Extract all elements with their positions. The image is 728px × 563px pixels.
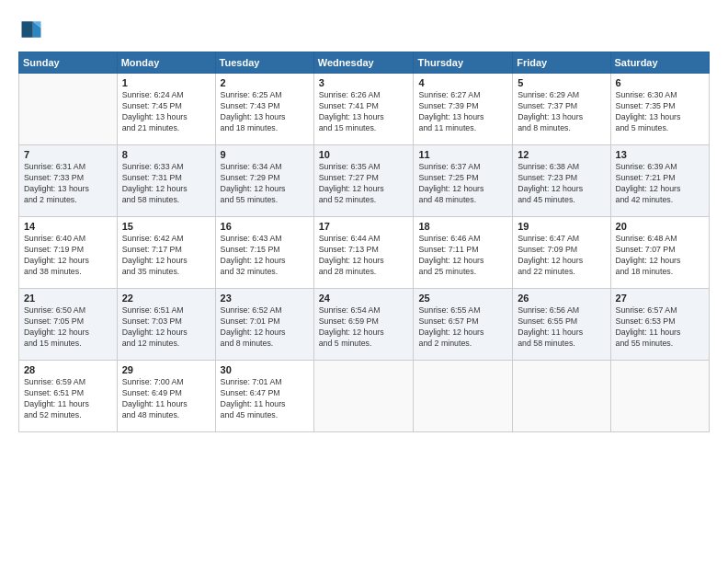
day-info: Sunrise: 6:43 AM Sunset: 7:15 PM Dayligh… bbox=[221, 234, 309, 278]
day-of-week-row: SundayMondayTuesdayWednesdayThursdayFrid… bbox=[19, 52, 710, 74]
calendar-cell: 15Sunrise: 6:42 AM Sunset: 7:17 PM Dayli… bbox=[117, 217, 215, 289]
calendar-cell bbox=[19, 74, 118, 145]
day-info: Sunrise: 6:42 AM Sunset: 7:17 PM Dayligh… bbox=[122, 234, 210, 278]
calendar-week-2: 7Sunrise: 6:31 AM Sunset: 7:33 PM Daylig… bbox=[19, 145, 710, 217]
calendar-cell: 22Sunrise: 6:51 AM Sunset: 7:03 PM Dayli… bbox=[117, 289, 215, 361]
day-info: Sunrise: 6:50 AM Sunset: 7:05 PM Dayligh… bbox=[24, 305, 112, 350]
calendar-cell: 18Sunrise: 6:46 AM Sunset: 7:11 PM Dayli… bbox=[414, 217, 513, 289]
calendar-cell: 9Sunrise: 6:34 AM Sunset: 7:29 PM Daylig… bbox=[215, 145, 313, 217]
day-number: 26 bbox=[518, 293, 605, 304]
calendar-cell: 24Sunrise: 6:54 AM Sunset: 6:59 PM Dayli… bbox=[313, 289, 414, 361]
calendar-cell: 19Sunrise: 6:47 AM Sunset: 7:09 PM Dayli… bbox=[513, 217, 610, 289]
day-number: 8 bbox=[122, 149, 210, 160]
day-number: 23 bbox=[221, 293, 309, 304]
day-number: 12 bbox=[518, 149, 605, 160]
calendar-week-5: 28Sunrise: 6:59 AM Sunset: 6:51 PM Dayli… bbox=[19, 361, 710, 432]
day-number: 6 bbox=[616, 77, 704, 88]
col-header-wednesday: Wednesday bbox=[313, 52, 414, 74]
svg-marker-2 bbox=[22, 21, 33, 38]
logo bbox=[18, 17, 48, 42]
col-header-sunday: Sunday bbox=[19, 52, 118, 74]
calendar-cell: 3Sunrise: 6:26 AM Sunset: 7:41 PM Daylig… bbox=[313, 74, 414, 145]
day-info: Sunrise: 6:40 AM Sunset: 7:19 PM Dayligh… bbox=[24, 234, 112, 278]
day-number: 24 bbox=[319, 293, 409, 304]
calendar-cell: 23Sunrise: 6:52 AM Sunset: 7:01 PM Dayli… bbox=[215, 289, 313, 361]
day-info: Sunrise: 6:56 AM Sunset: 6:55 PM Dayligh… bbox=[518, 305, 605, 350]
calendar-cell: 8Sunrise: 6:33 AM Sunset: 7:31 PM Daylig… bbox=[117, 145, 215, 217]
day-number: 4 bbox=[418, 77, 507, 88]
day-info: Sunrise: 6:54 AM Sunset: 6:59 PM Dayligh… bbox=[319, 305, 409, 350]
day-info: Sunrise: 6:44 AM Sunset: 7:13 PM Dayligh… bbox=[319, 234, 409, 278]
calendar-cell: 20Sunrise: 6:48 AM Sunset: 7:07 PM Dayli… bbox=[610, 217, 709, 289]
calendar-week-3: 14Sunrise: 6:40 AM Sunset: 7:19 PM Dayli… bbox=[19, 217, 710, 289]
calendar-cell: 28Sunrise: 6:59 AM Sunset: 6:51 PM Dayli… bbox=[19, 361, 118, 432]
day-info: Sunrise: 6:52 AM Sunset: 7:01 PM Dayligh… bbox=[221, 305, 309, 350]
calendar-cell: 17Sunrise: 6:44 AM Sunset: 7:13 PM Dayli… bbox=[313, 217, 414, 289]
calendar-cell bbox=[414, 361, 513, 432]
header bbox=[18, 17, 710, 42]
day-info: Sunrise: 6:34 AM Sunset: 7:29 PM Dayligh… bbox=[221, 162, 309, 206]
calendar-cell: 6Sunrise: 6:30 AM Sunset: 7:35 PM Daylig… bbox=[610, 74, 709, 145]
day-info: Sunrise: 6:39 AM Sunset: 7:21 PM Dayligh… bbox=[616, 162, 704, 206]
calendar-cell: 2Sunrise: 6:25 AM Sunset: 7:43 PM Daylig… bbox=[215, 74, 313, 145]
col-header-monday: Monday bbox=[117, 52, 215, 74]
day-number: 13 bbox=[616, 149, 704, 160]
day-info: Sunrise: 6:38 AM Sunset: 7:23 PM Dayligh… bbox=[518, 162, 605, 206]
calendar-cell: 12Sunrise: 6:38 AM Sunset: 7:23 PM Dayli… bbox=[513, 145, 610, 217]
day-number: 27 bbox=[616, 293, 704, 304]
calendar-cell: 7Sunrise: 6:31 AM Sunset: 7:33 PM Daylig… bbox=[19, 145, 118, 217]
calendar-cell: 21Sunrise: 6:50 AM Sunset: 7:05 PM Dayli… bbox=[19, 289, 118, 361]
day-info: Sunrise: 6:24 AM Sunset: 7:45 PM Dayligh… bbox=[122, 90, 210, 134]
calendar-cell: 14Sunrise: 6:40 AM Sunset: 7:19 PM Dayli… bbox=[19, 217, 118, 289]
day-number: 15 bbox=[122, 221, 210, 232]
calendar-cell: 13Sunrise: 6:39 AM Sunset: 7:21 PM Dayli… bbox=[610, 145, 709, 217]
day-info: Sunrise: 6:48 AM Sunset: 7:07 PM Dayligh… bbox=[616, 234, 704, 278]
day-number: 9 bbox=[221, 149, 309, 160]
calendar-cell: 30Sunrise: 7:01 AM Sunset: 6:47 PM Dayli… bbox=[215, 361, 313, 432]
day-number: 22 bbox=[122, 293, 210, 304]
day-number: 7 bbox=[24, 149, 112, 160]
day-info: Sunrise: 6:47 AM Sunset: 7:09 PM Dayligh… bbox=[518, 234, 605, 278]
day-info: Sunrise: 6:59 AM Sunset: 6:51 PM Dayligh… bbox=[24, 377, 112, 421]
col-header-friday: Friday bbox=[513, 52, 610, 74]
calendar-cell bbox=[513, 361, 610, 432]
calendar-cell bbox=[610, 361, 709, 432]
day-number: 28 bbox=[24, 364, 112, 375]
day-number: 29 bbox=[122, 364, 210, 375]
day-number: 3 bbox=[319, 77, 409, 88]
day-info: Sunrise: 6:27 AM Sunset: 7:39 PM Dayligh… bbox=[418, 90, 507, 134]
calendar-cell: 4Sunrise: 6:27 AM Sunset: 7:39 PM Daylig… bbox=[414, 74, 513, 145]
calendar-cell: 27Sunrise: 6:57 AM Sunset: 6:53 PM Dayli… bbox=[610, 289, 709, 361]
day-number: 25 bbox=[418, 293, 507, 304]
calendar-week-4: 21Sunrise: 6:50 AM Sunset: 7:05 PM Dayli… bbox=[19, 289, 710, 361]
day-info: Sunrise: 6:51 AM Sunset: 7:03 PM Dayligh… bbox=[122, 305, 210, 350]
day-info: Sunrise: 6:46 AM Sunset: 7:11 PM Dayligh… bbox=[418, 234, 507, 278]
day-number: 30 bbox=[221, 364, 309, 375]
calendar-cell: 16Sunrise: 6:43 AM Sunset: 7:15 PM Dayli… bbox=[215, 217, 313, 289]
page: SundayMondayTuesdayWednesdayThursdayFrid… bbox=[0, 0, 728, 563]
day-number: 1 bbox=[122, 77, 210, 88]
day-number: 17 bbox=[319, 221, 409, 232]
calendar-table: SundayMondayTuesdayWednesdayThursdayFrid… bbox=[18, 52, 710, 432]
day-info: Sunrise: 6:30 AM Sunset: 7:35 PM Dayligh… bbox=[616, 90, 704, 134]
col-header-thursday: Thursday bbox=[414, 52, 513, 74]
calendar-cell: 1Sunrise: 6:24 AM Sunset: 7:45 PM Daylig… bbox=[117, 74, 215, 145]
day-number: 2 bbox=[221, 77, 309, 88]
day-info: Sunrise: 6:57 AM Sunset: 6:53 PM Dayligh… bbox=[616, 305, 704, 350]
day-number: 18 bbox=[418, 221, 507, 232]
day-number: 5 bbox=[518, 77, 605, 88]
day-info: Sunrise: 6:33 AM Sunset: 7:31 PM Dayligh… bbox=[122, 162, 210, 206]
day-info: Sunrise: 7:00 AM Sunset: 6:49 PM Dayligh… bbox=[122, 377, 210, 421]
calendar-week-1: 1Sunrise: 6:24 AM Sunset: 7:45 PM Daylig… bbox=[19, 74, 710, 145]
col-header-tuesday: Tuesday bbox=[215, 52, 313, 74]
day-number: 21 bbox=[24, 293, 112, 304]
col-header-saturday: Saturday bbox=[610, 52, 709, 74]
day-info: Sunrise: 7:01 AM Sunset: 6:47 PM Dayligh… bbox=[221, 377, 309, 421]
day-number: 14 bbox=[24, 221, 112, 232]
day-number: 19 bbox=[518, 221, 605, 232]
day-info: Sunrise: 6:31 AM Sunset: 7:33 PM Dayligh… bbox=[24, 162, 112, 206]
calendar-cell: 29Sunrise: 7:00 AM Sunset: 6:49 PM Dayli… bbox=[117, 361, 215, 432]
day-info: Sunrise: 6:55 AM Sunset: 6:57 PM Dayligh… bbox=[418, 305, 507, 350]
day-info: Sunrise: 6:37 AM Sunset: 7:25 PM Dayligh… bbox=[418, 162, 507, 206]
day-info: Sunrise: 6:29 AM Sunset: 7:37 PM Dayligh… bbox=[518, 90, 605, 134]
